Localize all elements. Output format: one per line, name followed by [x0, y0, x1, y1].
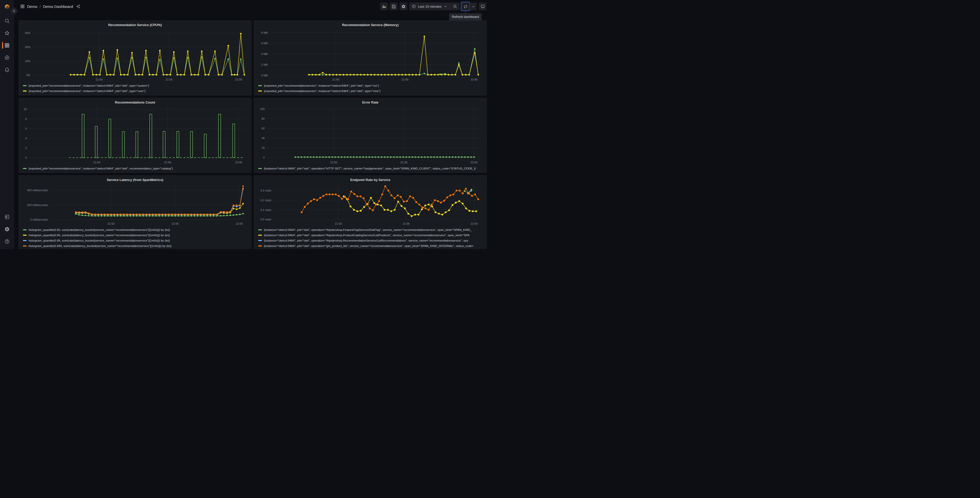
legend-label: histogram_quantile(0.999, sum(rate(laten… [29, 244, 172, 247]
sidebar [0, 0, 14, 249]
panel-recommendations-count: Recommendations Count024681021:5021:5522… [19, 98, 251, 173]
legend-swatch [23, 246, 27, 246]
breadcrumb-page-title[interactable]: Demo Dashboard [43, 4, 73, 9]
legend-item[interactable]: {exported_job="recommendationservice", i… [23, 88, 248, 94]
panel-title[interactable]: Recommendation Service (CPU%) [21, 22, 248, 27]
legend-item[interactable]: {instance="otelcol:9464", job="otel", op… [258, 238, 484, 243]
svg-text:40: 40 [262, 137, 265, 140]
svg-text:2: 2 [25, 147, 27, 150]
clock-icon [412, 4, 416, 8]
legend-swatch [23, 240, 27, 241]
refresh-interval-dropdown[interactable] [470, 3, 477, 10]
save-icon [391, 4, 396, 9]
panel-title[interactable]: Recommendation Service (Memory) [257, 22, 484, 27]
sidebar-item-dashboards[interactable] [0, 39, 14, 51]
legend-label: {instance="otelcol:9464", job="otel", op… [264, 167, 476, 170]
refresh-dashboard-button[interactable]: Refresh dashboard [461, 3, 469, 10]
sidebar-item-configuration[interactable] [0, 223, 14, 235]
save-dashboard-button[interactable] [390, 3, 398, 10]
search-icon [4, 18, 10, 24]
panel-error-rate: Error Rate02040608010021:5021:5522:00{in… [254, 98, 487, 173]
svg-text:60: 60 [262, 127, 265, 130]
svg-text:20%: 20% [25, 46, 30, 49]
svg-text:6 MB: 6 MB [261, 42, 268, 45]
panel-chart[interactable]: 0 MB2 MB4 MB6 MB8 MB21:5021:5522:00 [257, 27, 484, 82]
panel-title[interactable]: Error Rate [257, 100, 484, 105]
svg-text:21:50: 21:50 [93, 161, 100, 164]
dashboards-icon [4, 43, 10, 48]
svg-text:0 MB: 0 MB [261, 74, 268, 77]
sidebar-item-starred[interactable] [0, 27, 14, 39]
breadcrumb-section[interactable]: Demo [27, 4, 37, 9]
legend-label: {exported_job="recommendationservice", i… [264, 84, 379, 87]
legend-swatch [23, 168, 27, 169]
cycle-view-mode-button[interactable] [479, 3, 487, 10]
legend-swatch [23, 91, 27, 91]
panel-chart[interactable]: 0%10%20%30%21:5021:5522:00 [21, 27, 248, 82]
panel-memory: Recommendation Service (Memory)0 MB2 MB4… [254, 21, 487, 95]
sidebar-item-explore[interactable] [0, 51, 14, 64]
sidebar-item-search[interactable] [0, 14, 14, 27]
panel-cpu: Recommendation Service (CPU%)0%10%20%30%… [19, 21, 251, 95]
legend-item[interactable]: {instance="otelcol:9464", job="otel", op… [258, 166, 484, 171]
legend-swatch [258, 168, 262, 169]
zoom-out-icon [453, 4, 457, 8]
svg-text:22:00: 22:00 [235, 161, 242, 164]
legend-label: {exported_job="recommendationservice", i… [29, 89, 146, 93]
grafana-logo[interactable] [3, 4, 11, 11]
legend-label: {exported_job="recommendationservice", i… [29, 84, 149, 87]
dashboard-settings-button[interactable] [399, 3, 407, 10]
add-panel-button[interactable] [380, 3, 388, 10]
legend-swatch [258, 91, 262, 91]
legend-item[interactable]: {exported_job="recommendationservice", i… [258, 88, 484, 94]
share-dashboard-button[interactable] [76, 4, 80, 8]
panel-chart[interactable]: 02040608010021:5021:5522:00 [257, 105, 484, 165]
dashboard-grid-icon [20, 4, 25, 9]
legend-label: {instance="otelcol:9464", job="otel", op… [264, 244, 474, 247]
legend-label: histogram_quantile(0.99, sum(rate(latenc… [29, 239, 170, 242]
legend-label: {instance="otelcol:9464", job="otel", op… [264, 234, 469, 237]
sidebar-item-help[interactable] [0, 235, 14, 247]
svg-text:6: 6 [25, 127, 27, 130]
panel-title[interactable]: Service Latency (from SpanMetrics) [21, 177, 248, 182]
chevron-down-icon [471, 4, 476, 9]
legend-item[interactable]: histogram_quantile(0.99, sum(rate(latenc… [23, 238, 248, 243]
legend-item[interactable]: {instance="otelcol:9464", job="otel", op… [258, 232, 484, 238]
dashboard-grid: Recommendation Service (CPU%)0%10%20%30%… [14, 13, 490, 249]
panel-chart[interactable]: 024681021:5021:5522:00 [21, 105, 248, 165]
alerting-bell-icon [4, 67, 10, 73]
svg-text:0: 0 [25, 156, 27, 159]
time-range-picker[interactable]: Last 15 minutes [409, 3, 450, 10]
svg-text:22:00: 22:00 [235, 78, 242, 81]
share-icon [76, 4, 80, 8]
svg-text:21:55: 21:55 [164, 161, 172, 164]
zoom-out-time-range-button[interactable] [450, 3, 460, 10]
panel-chart[interactable]: 0.0 req/s0.1 req/s0.2 req/s0.3 req/s21:5… [257, 182, 484, 226]
panel-title[interactable]: Recommendations Count [21, 100, 248, 105]
panel-title[interactable]: Endpoint Rate by Service [257, 177, 484, 182]
sidebar-item-sign-in[interactable] [0, 211, 14, 223]
legend-item[interactable]: {exported_job="recommendationservice", i… [258, 83, 484, 88]
legend-item[interactable]: {exported_job="recommendationservice", i… [23, 83, 248, 88]
panel-legend: {instance="otelcol:9464", job="otel", op… [257, 165, 484, 172]
svg-text:22:00: 22:00 [471, 222, 478, 225]
panel-chart[interactable]: 0 milliseconds200 milliseconds400 millis… [21, 182, 248, 226]
legend-swatch [258, 240, 262, 241]
legend-item[interactable]: {instance="otelcol:9464", job="otel", op… [258, 243, 484, 249]
legend-item[interactable]: histogram_quantile(0.999, sum(rate(laten… [23, 243, 248, 249]
legend-item[interactable]: histogram_quantile(0.50, sum(rate(latenc… [23, 227, 248, 232]
panel-service-latency: Service Latency (from SpanMetrics)0 mill… [19, 176, 251, 249]
sidebar-bottom-items [0, 211, 14, 247]
legend-item[interactable]: histogram_quantile(0.95, sum(rate(latenc… [23, 232, 248, 238]
svg-text:0.3 req/s: 0.3 req/s [260, 189, 271, 192]
sidebar-item-alerting[interactable] [0, 64, 14, 76]
svg-text:10: 10 [24, 108, 27, 111]
legend-label: {exported_job="recommendationservice", i… [264, 89, 381, 93]
legend-item[interactable]: {instance="otelcol:9464", job="otel", op… [258, 227, 484, 232]
svg-text:21:50: 21:50 [95, 78, 103, 81]
legend-swatch [258, 229, 262, 230]
sidebar-expand-button[interactable] [11, 8, 17, 14]
legend-label: histogram_quantile(0.95, sum(rate(latenc… [29, 234, 170, 237]
panel-legend: {instance="otelcol:9464", job="otel", op… [257, 226, 484, 249]
legend-item[interactable]: {exported_job="recommendationservice", i… [23, 166, 248, 171]
